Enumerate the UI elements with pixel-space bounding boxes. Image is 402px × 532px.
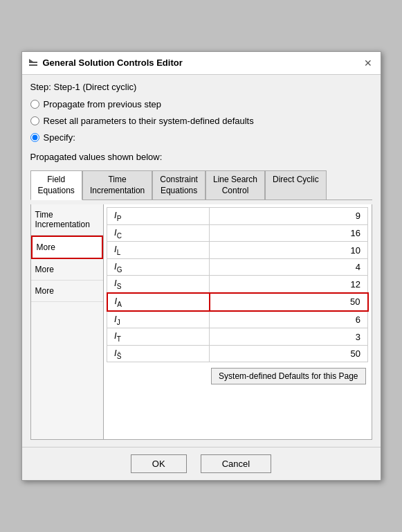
- svg-marker-2: [29, 59, 33, 62]
- radio-specify-label: Specify:: [44, 132, 75, 143]
- dialog-footer: OK Cancel: [22, 447, 381, 480]
- dialog-body: Step: Step-1 (Direct cyclic) Propagate f…: [22, 75, 381, 447]
- radio-reset-label: Reset all parameters to their system-def…: [44, 116, 254, 126]
- defaults-button[interactable]: System-defined Defaults for this Page: [211, 368, 365, 384]
- sidebar-list: TimeIncrementation More More More: [31, 204, 104, 439]
- param-cell: IP: [107, 208, 210, 225]
- tab-content-area: TimeIncrementation More More More IP 9 I…: [30, 204, 372, 440]
- table-row-highlighted: IA 50: [107, 293, 368, 311]
- svg-rect-0: [29, 62, 37, 63]
- param-cell: IT: [107, 328, 210, 346]
- value-cell: 6: [210, 311, 368, 328]
- table-row: IŜ 50: [107, 345, 368, 362]
- radio-propagate[interactable]: [30, 100, 39, 109]
- table-row: IL 10: [107, 242, 368, 259]
- param-cell-ia: IA: [107, 293, 210, 311]
- step-label: Step: Step-1 (Direct cyclic): [30, 82, 372, 92]
- title-bar: General Solution Controls Editor ✕: [22, 52, 381, 75]
- tab-direct-cyclic[interactable]: Direct Cyclic: [265, 170, 327, 200]
- value-cell: 4: [210, 258, 368, 276]
- value-cell: 3: [210, 328, 368, 346]
- radio-propagate-label: Propagate from previous step: [44, 99, 162, 109]
- cancel-button[interactable]: Cancel: [201, 454, 271, 473]
- dialog-icon: [28, 57, 39, 69]
- param-cell: IG: [107, 258, 210, 276]
- close-button[interactable]: ✕: [361, 56, 375, 70]
- param-cell: IS: [107, 276, 210, 293]
- table-row: IP 9: [107, 208, 368, 225]
- tabs-container: FieldEquations TimeIncrementation Constr…: [30, 170, 372, 200]
- value-cell: 9: [210, 208, 368, 225]
- radio-propagate-row: Propagate from previous step: [30, 99, 372, 109]
- sidebar-item-more-1[interactable]: More: [31, 236, 103, 259]
- radio-reset[interactable]: [30, 116, 39, 125]
- sidebar-item-time-incrementation[interactable]: TimeIncrementation: [31, 204, 103, 236]
- radio-specify[interactable]: [30, 133, 39, 142]
- ok-button[interactable]: OK: [131, 454, 187, 473]
- dialog-title: General Solution Controls Editor: [43, 57, 183, 68]
- table-row: IC 16: [107, 224, 368, 242]
- tab-line-search-control[interactable]: Line SearchControl: [205, 170, 265, 200]
- table-row: IS 12: [107, 276, 368, 293]
- table-row: IG 4: [107, 258, 368, 276]
- value-cell: 12: [210, 276, 368, 293]
- param-cell: IL: [107, 242, 210, 259]
- tab-constraint-equations[interactable]: ConstraintEquations: [152, 170, 205, 200]
- radio-specify-row: Specify:: [30, 132, 372, 143]
- tab-time-incrementation[interactable]: TimeIncrementation: [82, 170, 152, 200]
- sidebar-item-more-2[interactable]: More: [31, 259, 103, 281]
- svg-rect-1: [29, 64, 37, 66]
- defaults-btn-row: System-defined Defaults for this Page: [107, 362, 369, 387]
- param-cell: IŜ: [107, 345, 210, 362]
- radio-reset-row: Reset all parameters to their system-def…: [30, 116, 372, 126]
- param-cell: IJ: [107, 311, 210, 328]
- propagated-text: Propagated values shown below:: [30, 152, 372, 162]
- value-cell: 16: [210, 224, 368, 242]
- param-cell: IC: [107, 224, 210, 242]
- sidebar-item-more-3[interactable]: More: [31, 281, 103, 302]
- table-row: IJ 6: [107, 311, 368, 328]
- tab-field-equations[interactable]: FieldEquations: [30, 170, 82, 200]
- value-cell: 10: [210, 242, 368, 259]
- content-area: IP 9 IC 16 IL 10 IG 4: [104, 204, 372, 439]
- value-cell-ia: 50: [210, 293, 368, 311]
- table-row: IT 3: [107, 328, 368, 346]
- parameters-table: IP 9 IC 16 IL 10 IG 4: [107, 207, 369, 362]
- dialog-window: General Solution Controls Editor ✕ Step:…: [21, 51, 381, 481]
- value-cell: 50: [210, 345, 368, 362]
